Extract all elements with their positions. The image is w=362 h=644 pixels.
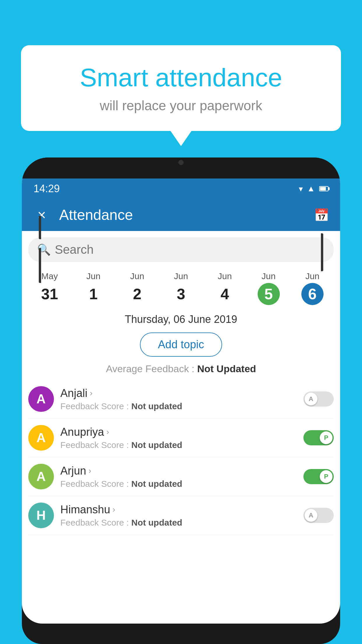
toggle-knob: P	[320, 470, 333, 483]
date-number: 6	[301, 283, 324, 305]
chevron-right-icon: ›	[113, 505, 115, 514]
date-item[interactable]: Jun5	[247, 271, 290, 305]
date-number: 1	[82, 283, 104, 305]
toggle-knob: A	[305, 509, 317, 522]
avatar: H	[28, 503, 54, 528]
attendance-toggle[interactable]: P	[303, 430, 334, 445]
date-number: 3	[170, 283, 192, 305]
feedback-score: Feedback Score : Not updated	[60, 518, 297, 528]
search-input[interactable]	[55, 243, 325, 257]
phone-frame: 14:29 ▾ ▲ × Attendance 📅 🔍 May31Jun1Jun2…	[22, 158, 340, 644]
date-item[interactable]: Jun4	[203, 271, 247, 305]
status-icons: ▾ ▲	[299, 184, 328, 194]
date-month: Jun	[291, 271, 334, 281]
chevron-right-icon: ›	[106, 427, 109, 437]
date-item[interactable]: Jun1	[71, 271, 115, 305]
student-list: AAnjali ›Feedback Score : Not updatedAAA…	[22, 380, 340, 535]
student-name[interactable]: Arjun ›	[60, 465, 297, 477]
student-name[interactable]: Anjali ›	[60, 387, 297, 400]
student-item: HHimanshu ›Feedback Score : Not updatedA	[28, 496, 334, 535]
attendance-toggle[interactable]: P	[303, 469, 334, 484]
toolbar-title: Attendance	[59, 206, 305, 223]
camera-dot	[178, 160, 184, 165]
feedback-score: Feedback Score : Not updated	[60, 440, 297, 450]
date-month: Jun	[203, 271, 247, 281]
student-info: Anupriya ›Feedback Score : Not updated	[60, 426, 297, 450]
battery-icon	[319, 186, 328, 191]
chevron-right-icon: ›	[90, 388, 92, 398]
status-bar: 14:29 ▾ ▲	[22, 178, 340, 199]
search-bar[interactable]: 🔍	[28, 237, 334, 262]
date-month: Jun	[159, 271, 203, 281]
student-info: Himanshu ›Feedback Score : Not updated	[60, 503, 297, 528]
date-month: Jun	[71, 271, 115, 281]
average-feedback: Average Feedback : Not Updated	[22, 361, 340, 380]
bubble-subtitle: will replace your paperwork	[36, 98, 326, 113]
feedback-score: Feedback Score : Not updated	[60, 401, 297, 411]
student-name[interactable]: Himanshu ›	[60, 503, 297, 516]
close-button[interactable]: ×	[33, 206, 50, 223]
attendance-toggle[interactable]: A	[303, 391, 334, 407]
avatar: A	[28, 386, 54, 412]
student-info: Anjali ›Feedback Score : Not updated	[60, 387, 297, 411]
volume-down-button	[39, 248, 41, 283]
date-item[interactable]: May31	[28, 271, 71, 305]
phone-notch-area	[22, 158, 340, 178]
selected-date: Thursday, 06 June 2019	[22, 308, 340, 328]
avg-feedback-label: Average Feedback :	[106, 363, 194, 374]
feedback-score: Feedback Score : Not updated	[60, 479, 297, 489]
date-month: Jun	[115, 271, 159, 281]
date-number: 2	[126, 283, 148, 305]
date-number: 5	[258, 283, 280, 305]
date-month: May	[28, 271, 71, 281]
speech-bubble: Smart attendance will replace your paper…	[21, 45, 341, 131]
avg-feedback-value: Not Updated	[197, 363, 256, 374]
add-topic-button[interactable]: Add topic	[140, 332, 222, 357]
avatar: A	[28, 425, 54, 451]
app-content: 14:29 ▾ ▲ × Attendance 📅 🔍 May31Jun1Jun2…	[22, 178, 340, 624]
toggle-knob: P	[320, 431, 333, 444]
student-info: Arjun ›Feedback Score : Not updated	[60, 465, 297, 489]
date-month: Jun	[247, 271, 290, 281]
student-item: AArjun ›Feedback Score : Not updatedP	[28, 457, 334, 496]
date-number: 31	[38, 283, 61, 305]
app-toolbar: × Attendance 📅	[22, 199, 340, 231]
date-item[interactable]: Jun2	[115, 271, 159, 305]
bubble-title: Smart attendance	[36, 63, 326, 92]
wifi-icon: ▾	[299, 184, 303, 194]
chevron-right-icon: ›	[89, 466, 91, 475]
attendance-toggle[interactable]: A	[303, 508, 334, 523]
date-item[interactable]: Jun6	[291, 271, 334, 305]
toggle-knob: A	[305, 393, 317, 405]
student-item: AAnjali ›Feedback Score : Not updatedA	[28, 380, 334, 419]
date-number: 4	[214, 283, 236, 305]
phone-notch	[171, 158, 191, 167]
student-item: AAnupriya ›Feedback Score : Not updatedP	[28, 419, 334, 457]
volume-up-button	[39, 216, 41, 239]
date-strip: May31Jun1Jun2Jun3Jun4Jun5Jun6	[22, 268, 340, 308]
power-button	[321, 233, 323, 271]
student-name[interactable]: Anupriya ›	[60, 426, 297, 438]
avatar: A	[28, 464, 54, 489]
calendar-icon[interactable]: 📅	[314, 208, 329, 222]
date-item[interactable]: Jun3	[159, 271, 203, 305]
signal-icon: ▲	[307, 184, 315, 193]
status-time: 14:29	[34, 183, 60, 195]
